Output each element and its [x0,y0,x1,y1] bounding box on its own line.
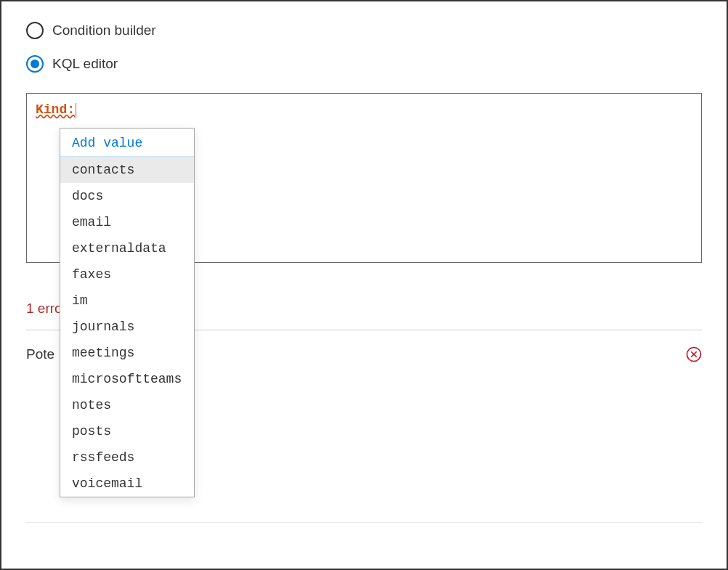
text-cursor [76,103,76,118]
radio-icon [26,55,44,73]
dropdown-item-contacts[interactable]: contacts [60,157,194,183]
kql-keyword: Kind: [36,102,75,117]
dropdown-item-journals[interactable]: journals [60,314,194,340]
dropdown-item-email[interactable]: email [60,209,194,235]
dropdown-item-im[interactable]: im [60,288,194,314]
dropdown-header: Add value [60,129,194,157]
dropdown-item-externaldata[interactable]: externaldata [60,235,194,261]
dropdown-item-voicemail[interactable]: voicemail [60,471,194,497]
condition-builder-radio[interactable]: Condition builder [26,22,702,39]
dropdown-item-faxes[interactable]: faxes [60,261,194,288]
editor-mode-radio-group: Condition builder KQL editor [26,22,702,73]
dropdown-item-notes[interactable]: notes [60,392,194,418]
autocomplete-dropdown: Add value contacts docs email externalda… [60,128,195,497]
radio-icon [26,22,44,39]
divider [26,522,702,523]
potential-label: Pote [26,346,54,362]
kql-editor-label: KQL editor [52,56,118,72]
dropdown-item-meetings[interactable]: meetings [60,340,194,366]
radio-dot-icon [31,60,39,68]
kql-editor-radio[interactable]: KQL editor [26,55,702,73]
dropdown-item-docs[interactable]: docs [60,183,194,209]
condition-builder-label: Condition builder [52,23,156,38]
dropdown-item-microsoftteams[interactable]: microsoftteams [60,366,194,392]
dropdown-item-rssfeeds[interactable]: rssfeeds [60,444,194,471]
dropdown-item-posts[interactable]: posts [60,418,194,444]
error-circle-icon[interactable] [686,346,702,362]
